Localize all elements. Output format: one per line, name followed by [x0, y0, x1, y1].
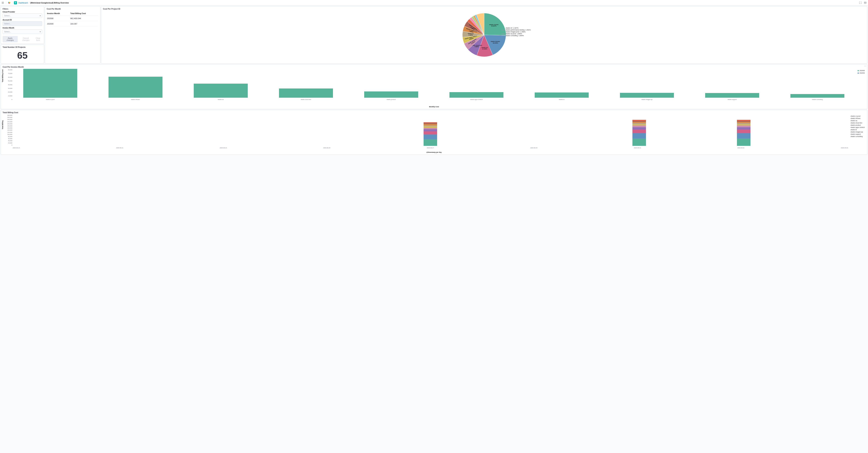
bar-column[interactable]: elastic-ci-prod: [13, 69, 88, 100]
elastic-logo-icon[interactable]: [7, 1, 11, 4]
invoice-month-select[interactable]: Select... ▾: [3, 29, 42, 34]
col-total-cost[interactable]: Total Billing Cost: [70, 11, 98, 16]
stack-segment: [632, 127, 646, 130]
account-id-placeholder: Select...: [4, 23, 11, 25]
stack-x-tick: 2020-08-19: [13, 147, 20, 149]
stacked-bar[interactable]: [737, 120, 750, 146]
stack-segment: [737, 139, 750, 146]
bar-ylabel: Total Billing Cost: [2, 69, 3, 82]
stack-segment: [424, 128, 437, 129]
stack-segment: [632, 130, 646, 133]
legend-item[interactable]: 202009: [858, 72, 865, 74]
fullscreen-icon[interactable]: [859, 1, 862, 4]
stack-x-tick: 2020-08-31: [634, 147, 641, 149]
cell-month: 202009: [47, 21, 70, 26]
stack-xtitle: @timestamp per day: [3, 151, 865, 153]
stack-x-tick: 2020-08-21: [116, 147, 123, 149]
top-row: Filters Cloud Provider Select... ▾ Accou…: [1, 6, 867, 64]
panel-menu-icon[interactable]: ⋯: [864, 65, 866, 67]
bar-chart[interactable]: Total Billing Cost 80,00070,00060,00050,…: [3, 69, 865, 106]
stack-segment: [737, 124, 750, 125]
stack-segment: [737, 130, 750, 133]
bar-column[interactable]: elastic-sa: [183, 84, 258, 100]
stack-x-tick: 2020-08-23: [220, 147, 227, 149]
bar-column[interactable]: elastic-product: [353, 91, 429, 100]
legend-item[interactable]: elastic-product: [850, 124, 865, 126]
legend-item[interactable]: elastic-ci-prod: [850, 115, 865, 117]
stacked-bar[interactable]: [424, 122, 437, 146]
bar-column[interactable]: elastic-support: [694, 93, 770, 100]
legend-item[interactable]: elastic-infosec: [850, 117, 865, 119]
stack-segment: [424, 134, 437, 139]
legend-item[interactable]: 202008: [858, 70, 865, 72]
stack-yaxis: 280,000260,000240,000220,000200,000180,0…: [6, 115, 12, 146]
stack-segment: [632, 121, 646, 122]
bar: [620, 93, 674, 98]
menu-icon[interactable]: [1, 1, 4, 4]
stack-segment: [424, 129, 437, 131]
stack-x-tick: 2020-09-01: [738, 147, 745, 149]
bar-x-label: elastic-images-qa: [642, 99, 652, 100]
page: Filters Cloud Provider Select... ▾ Accou…: [0, 5, 868, 155]
cost-per-project-panel: Cost Per Project ID elastic-ci-prod25.26…: [101, 6, 867, 64]
bar-column[interactable]: elastic-apps-163815: [439, 92, 514, 100]
legend-item[interactable]: elastic-consulting: [850, 136, 865, 137]
cost-per-month-table: Invoice Month Total Billing Cost 2020089…: [47, 11, 98, 27]
breadcrumb-current: [Metricbeat Googlecloud] Billing Overvie…: [30, 2, 69, 4]
bar-column[interactable]: elastic-infosec: [98, 77, 173, 100]
clear-form-button[interactable]: Clear form: [34, 37, 42, 41]
legend-item[interactable]: elastic-bi: [850, 129, 865, 131]
legend-item[interactable]: elastic-sa: [850, 120, 865, 121]
bar: [790, 94, 844, 98]
cloud-provider-select[interactable]: Select... ▾: [3, 13, 42, 18]
mail-icon[interactable]: [864, 1, 867, 4]
bar-x-label: elastic-bi: [559, 99, 564, 100]
total-billing-title: Total Billing Cost: [3, 111, 865, 114]
stack-segment: [737, 133, 750, 139]
account-id-label: Account ID: [3, 19, 42, 21]
pie-leader-label: elastic-consulting 2.384%: [501, 35, 524, 36]
pie-leader-label: elastic-images-prod 1.456%: [501, 31, 526, 33]
stack-xaxis: 2020-08-192020-08-212020-08-232020-08-25…: [13, 147, 848, 149]
stack-segment: [737, 125, 750, 127]
invoice-month-label: Invoice Month: [3, 27, 42, 29]
stack-segment: [424, 124, 437, 125]
col-invoice-month[interactable]: Invoice Month: [47, 11, 70, 16]
pie-slice-pct: 18.239%: [493, 42, 498, 44]
pie-chart[interactable]: elastic-ci-prod25.267%elastic-infosec18.…: [103, 11, 865, 59]
legend-item[interactable]: elastic-images-qa: [850, 131, 865, 133]
chevron-down-icon: ▾: [40, 15, 41, 17]
pie-slice-pct: 25.267%: [491, 25, 496, 27]
projects-count-value: 65: [3, 49, 42, 62]
stack-x-tick: 2020-08-27: [427, 147, 434, 149]
bar-yaxis: 80,00070,00060,00050,00040,00030,00020,0…: [6, 69, 12, 100]
bar-column[interactable]: elastic-consulting: [780, 94, 855, 100]
legend-item[interactable]: elastic-apps-163815: [850, 126, 865, 128]
bar-xtitle: Monthly Cost: [3, 106, 865, 108]
apply-changes-button[interactable]: Apply changes: [3, 36, 18, 42]
bar-column[interactable]: elastic-bi: [524, 92, 599, 100]
cell-cost: 962,400.044: [70, 16, 98, 21]
legend-item[interactable]: elastic-support: [850, 133, 865, 135]
legend-item[interactable]: elastic-cloud-dev: [850, 122, 865, 124]
stacked-chart[interactable]: Total Billing 280,000260,000240,000220,0…: [3, 115, 865, 151]
chevron-down-icon-2: ▾: [40, 31, 41, 33]
stacked-bar[interactable]: [632, 120, 646, 146]
cancel-changes-button[interactable]: Cancel changes: [20, 37, 32, 41]
cell-cost: 164.387: [70, 21, 98, 26]
stack-segment: [737, 127, 750, 130]
breadcrumb-link[interactable]: Dashboard: [19, 2, 28, 4]
bar: [450, 92, 504, 98]
svg-point-2: [8, 3, 9, 4]
account-id-select[interactable]: Select...: [3, 21, 42, 26]
projects-count-title: Total Number Of Projects: [3, 46, 42, 48]
topbar: D Dashboard / [Metricbeat Googlecloud] B…: [0, 0, 868, 5]
bar-column[interactable]: elastic-cloud-dev: [268, 88, 344, 100]
bar-column[interactable]: elastic-images-qa: [609, 93, 684, 100]
bar-plot: elastic-ci-prodelastic-infosecelastic-sa…: [13, 69, 855, 100]
stack-ylabel: Total Billing: [2, 120, 3, 129]
stack-segment: [632, 133, 646, 139]
bar: [108, 77, 163, 98]
space-badge[interactable]: D: [14, 1, 17, 4]
stack-segment: [737, 122, 750, 123]
